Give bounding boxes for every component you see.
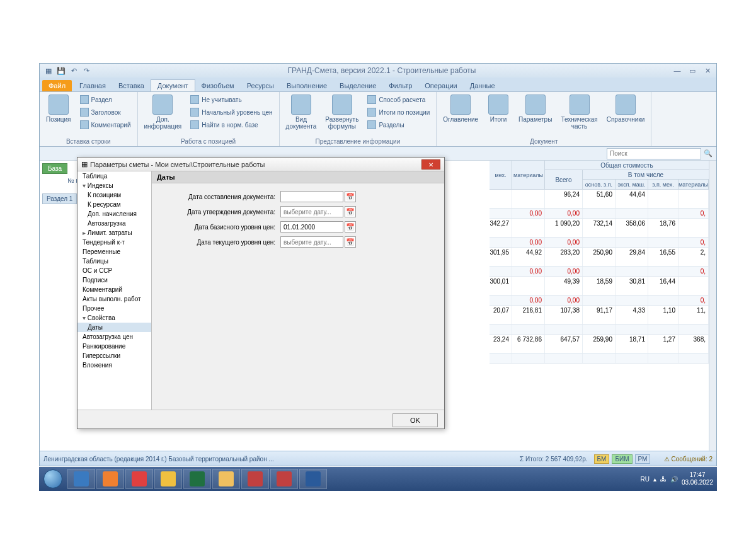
table-row[interactable] [490, 354, 709, 364]
taskbar-item-word[interactable] [299, 469, 327, 489]
tree-item[interactable]: К позициям [77, 190, 151, 200]
status-badge-bim[interactable]: БИМ [612, 454, 632, 464]
calendar-icon[interactable]: 📅 [345, 221, 356, 233]
ribbon-tab-9[interactable]: Операции [418, 80, 463, 91]
tree-item[interactable]: Лимит. затраты [77, 228, 151, 238]
tree-item[interactable]: Ранжирование [77, 342, 151, 351]
table-row[interactable]: 0,000,000, [490, 296, 709, 306]
table-row[interactable]: 0,000,000, [490, 209, 709, 219]
tree-item[interactable]: Таблицы [77, 256, 151, 266]
razdel-button[interactable]: Раздел [77, 93, 134, 106]
restore-button[interactable]: ▭ [687, 67, 697, 75]
dopinfo-button[interactable]: Доп.информация [142, 93, 185, 131]
status-badge-bm[interactable]: БМ [594, 454, 610, 464]
tree-item[interactable]: Индексы [77, 181, 151, 190]
tree-item[interactable]: Переменные [77, 247, 151, 256]
date-input-2[interactable] [280, 221, 343, 233]
tree-item[interactable]: Подписи [77, 275, 151, 285]
redo-icon[interactable]: ↷ [81, 66, 91, 76]
tree-item[interactable]: Вложения [77, 360, 151, 370]
tree-item[interactable]: Тендерный к-т [77, 238, 151, 247]
tree-item[interactable]: Прочее [77, 304, 151, 313]
itogipoz-button[interactable]: Итоги по позиции [365, 106, 432, 118]
search-input[interactable] [607, 148, 701, 159]
tree-item[interactable]: Свойства [77, 313, 151, 323]
pozitsiya-button[interactable]: Позиция [43, 93, 74, 124]
close-button[interactable]: ✕ [702, 67, 713, 75]
tray-clock[interactable]: 17:47 03.06.2022 [682, 471, 713, 486]
sprav-button[interactable]: Справочники [604, 93, 648, 124]
neuchit-button[interactable]: Не учитывать [188, 93, 275, 106]
ribbon-tab-8[interactable]: Фильтр [382, 80, 418, 91]
date-input-3[interactable] [280, 236, 343, 248]
tray-chevron-icon[interactable]: ▴ [653, 476, 656, 483]
table-row[interactable]: 342,271 090,20732,14358,0618,76 [490, 219, 709, 238]
ribbon-tab-1[interactable]: Главная [73, 80, 112, 91]
tree-item[interactable]: Автозагрузка цен [77, 332, 151, 342]
taskbar-item-app2[interactable] [270, 469, 298, 489]
ok-button[interactable]: OK [392, 413, 438, 427]
start-button[interactable] [39, 467, 67, 491]
table-row[interactable] [490, 325, 709, 335]
oglav-button[interactable]: Оглавление [440, 93, 481, 124]
dialog-close-button[interactable]: ✕ [421, 159, 440, 170]
tech-button[interactable]: Техническаячасть [558, 93, 600, 131]
calendar-icon[interactable]: 📅 [345, 191, 356, 202]
table-row[interactable]: 23,246 732,86647,57259,9018,711,27368, [490, 335, 709, 354]
table-row[interactable]: 96,2451,6044,64 [490, 190, 709, 209]
param-button[interactable]: Параметры [516, 93, 554, 124]
ribbon-tab-5[interactable]: Ресурсы [241, 80, 280, 91]
vertical-scrollbar[interactable] [709, 161, 716, 451]
calendar-icon[interactable]: 📅 [345, 206, 356, 217]
tray-volume-icon[interactable]: 🔊 [670, 476, 678, 483]
date-input-1[interactable] [280, 206, 343, 217]
table-row[interactable]: 300,0149,3918,5930,8116,44 [490, 277, 709, 296]
taskbar-item-opera[interactable] [125, 469, 153, 489]
status-badge-rm[interactable]: РМ [635, 454, 651, 464]
table-row[interactable]: 301,9544,92283,20250,9029,8416,552, [490, 248, 709, 267]
tree-item[interactable]: Гиперссылки [77, 351, 151, 360]
ribbon-tab-4[interactable]: Физобъем [195, 80, 241, 91]
table-row[interactable]: 0,000,000, [490, 267, 709, 277]
ribbon-tab-7[interactable]: Выделение [333, 80, 382, 91]
taskbar-item-explorer[interactable] [212, 469, 240, 489]
status-messages[interactable]: ⚠ Сообщений: 2 [664, 456, 713, 463]
tree-item[interactable]: ОС и ССР [77, 266, 151, 275]
ribbon-tab-3[interactable]: Документ [151, 79, 195, 91]
table-row[interactable]: 20,07216,81107,3891,174,331,1011, [490, 306, 709, 325]
nachur-button[interactable]: Начальный уровень цен [188, 106, 275, 118]
tree-item[interactable]: К ресурсам [77, 200, 151, 209]
viddok-button[interactable]: Виддокумента [284, 93, 319, 131]
tree-item[interactable]: Акты выполн. работ [77, 294, 151, 304]
table-row[interactable]: 0,000,000, [490, 238, 709, 248]
razdely-button[interactable]: Разделы [365, 118, 432, 131]
taskbar-item-ie[interactable] [67, 469, 95, 489]
ribbon-tab-10[interactable]: Данные [464, 80, 501, 91]
save-icon[interactable]: 💾 [56, 66, 66, 76]
ribbon-tab-6[interactable]: Выполнение [280, 80, 333, 91]
search-icon[interactable]: 🔍 [704, 149, 713, 158]
naytinorm-button[interactable]: Найти в норм. базе [188, 118, 275, 131]
taskbar-item-app1[interactable] [241, 469, 269, 489]
ribbon-tab-0[interactable]: Файл [42, 80, 72, 91]
tray-lang[interactable]: RU [640, 476, 649, 483]
dialog-tree[interactable]: ТаблицаИндексыК позициямК ресурсамДоп. н… [77, 171, 152, 410]
undo-icon[interactable]: ↶ [69, 66, 79, 76]
date-input-0[interactable] [280, 191, 343, 202]
tree-item[interactable]: Таблица [77, 171, 151, 181]
itogi-button[interactable]: Итоги [484, 93, 512, 124]
taskbar-item-media[interactable] [96, 469, 124, 489]
komment-button[interactable]: Комментарий [77, 118, 134, 131]
tree-item[interactable]: Комментарий [77, 285, 151, 294]
razvf-button[interactable]: Развернутьформулы [323, 93, 361, 131]
sposob-button[interactable]: Способ расчета [365, 93, 432, 106]
zagolovok-button[interactable]: Заголовок [77, 106, 134, 118]
tree-item[interactable]: Доп. начисления [77, 209, 151, 219]
tree-item[interactable]: Автозагрузка [77, 219, 151, 228]
taskbar-item-excel[interactable] [183, 469, 211, 489]
ribbon-tab-2[interactable]: Вставка [112, 80, 151, 91]
minimize-button[interactable]: ― [672, 67, 682, 75]
tray-network-icon[interactable]: 🖧 [660, 476, 667, 483]
calendar-icon[interactable]: 📅 [345, 236, 356, 248]
taskbar-item-chrome[interactable] [154, 469, 182, 489]
